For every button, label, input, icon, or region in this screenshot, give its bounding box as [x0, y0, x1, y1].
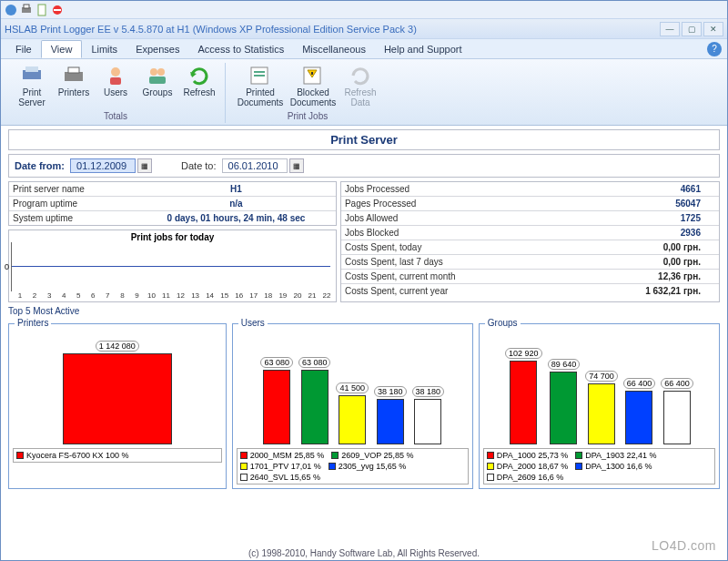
title-bar: HSLAB Print Logger EE v 5.4.5.870 at H1 … — [1, 19, 727, 39]
date-from-label: Date from: — [15, 160, 65, 171]
minimize-button[interactable]: — — [660, 22, 680, 36]
chart-x-ticks: 12345678910111213141516171819202122 — [11, 291, 334, 300]
svg-rect-14 — [149, 76, 166, 84]
ribbon-group-totals: Print Server Printers Users Groups Refre… — [6, 63, 226, 123]
jobs-allowed-value: 1725 — [469, 211, 719, 225]
svg-rect-16 — [254, 71, 265, 73]
ribbon-group-printjobs: Printed Documents Blocked Documents Refr… — [229, 63, 386, 123]
printers-legend: Kyocera FS-6700 KX 100 % — [13, 448, 222, 463]
date-to-picker-button[interactable]: ▦ — [289, 158, 304, 173]
block-icon[interactable] — [51, 4, 64, 16]
refresh-button[interactable]: Refresh — [179, 63, 219, 109]
watermark: LO4D.com — [652, 538, 716, 553]
refresh-data-button[interactable]: Refresh Data — [340, 63, 380, 109]
menu-help[interactable]: Help and Support — [375, 41, 471, 57]
svg-rect-2 — [24, 5, 29, 8]
blocked-documents-button[interactable]: Blocked Documents — [288, 63, 339, 109]
jobs-blocked-value: 2936 — [469, 226, 719, 240]
print-server-button[interactable]: Print Server — [12, 63, 52, 109]
date-from-picker-button[interactable]: ▦ — [137, 158, 152, 173]
svg-point-0 — [5, 5, 16, 15]
server-name-value: H1 — [136, 182, 336, 196]
app-icon — [5, 4, 17, 16]
close-button[interactable]: ✕ — [703, 22, 723, 36]
print-icon[interactable] — [20, 4, 33, 16]
cost-month-value: 12,36 грн. — [469, 270, 719, 283]
groups-legend: DPA_1000 25,73 %DPA_1903 22,41 %DPA_2000… — [483, 448, 715, 484]
top5-row: Printers 1 142 080 Kyocera FS-6700 KX 10… — [8, 323, 720, 489]
groups-button[interactable]: Groups — [137, 63, 177, 109]
panel-title: Print Server — [8, 129, 720, 150]
cost-today-value: 0,00 грн. — [469, 240, 719, 254]
date-from-input[interactable]: 01.12.2009 — [70, 158, 136, 173]
date-range-row: Date from: 01.12.2009 ▦ Date to: 06.01.2… — [8, 154, 720, 178]
date-to-label: Date to: — [181, 160, 217, 171]
users-button[interactable]: Users — [96, 63, 136, 109]
svg-rect-11 — [110, 77, 121, 85]
menu-expenses[interactable]: Expenses — [126, 41, 188, 57]
ribbon: Print Server Printers Users Groups Refre… — [1, 59, 727, 126]
svg-point-12 — [150, 68, 157, 76]
system-uptime-value: 0 days, 01 hours, 24 min, 48 sec — [136, 211, 336, 225]
pages-processed-value: 56047 — [469, 197, 719, 210]
users-chart: 63 08063 08041 50038 18038 180 — [237, 328, 469, 446]
menu-access[interactable]: Access to Statistics — [188, 41, 293, 57]
print-jobs-today-chart: Print jobs for today 0 12345678910111213… — [8, 230, 337, 302]
svg-rect-7 — [25, 66, 38, 72]
svg-rect-3 — [38, 5, 46, 15]
svg-point-10 — [111, 67, 120, 76]
svg-rect-9 — [68, 67, 79, 73]
content-area: Print Server Date from: 01.12.2009 ▦ Dat… — [1, 126, 727, 493]
printers-button[interactable]: Printers — [54, 63, 94, 109]
stats-box: Jobs Processed4661 Pages Processed56047 … — [340, 181, 720, 302]
window-title: HSLAB Print Logger EE v 5.4.5.870 at H1 … — [5, 24, 658, 35]
doc-icon[interactable] — [35, 4, 48, 16]
date-to-field: 06.01.2010 ▦ — [222, 158, 304, 173]
svg-rect-19 — [311, 72, 313, 75]
program-uptime-value: n/a — [136, 197, 336, 210]
menu-misc[interactable]: Miscellaneous — [293, 41, 375, 57]
cost-7d-value: 0,00 грн. — [469, 255, 719, 269]
date-from-field: 01.12.2009 ▦ — [70, 158, 152, 173]
svg-rect-17 — [254, 75, 265, 76]
group-label-totals: Totals — [12, 111, 219, 121]
menu-file[interactable]: File — [6, 41, 41, 57]
printed-documents-button[interactable]: Printed Documents — [235, 63, 286, 109]
svg-point-13 — [157, 68, 165, 76]
jobs-processed-value: 4661 — [469, 182, 719, 196]
help-icon[interactable]: ? — [707, 42, 722, 56]
users-fieldset: Users 63 08063 08041 50038 18038 180 200… — [232, 323, 473, 489]
menu-bar: File View Limits Expenses Access to Stat… — [1, 39, 727, 59]
svg-rect-5 — [54, 9, 61, 11]
groups-chart: 102 92089 64074 70066 40066 400 — [483, 328, 715, 446]
date-to-input[interactable]: 06.01.2010 — [222, 158, 288, 173]
printers-fieldset: Printers 1 142 080 Kyocera FS-6700 KX 10… — [8, 323, 227, 489]
group-label-printjobs: Print Jobs — [235, 111, 380, 121]
footer-copyright: (c) 1998-2010, Handy Software Lab, All R… — [1, 548, 727, 558]
printers-chart: 1 142 080 — [13, 328, 222, 446]
server-info-box: Print server nameH1 Program uptimen/a Sy… — [8, 181, 337, 226]
menu-view[interactable]: View — [41, 40, 83, 58]
chart-line — [12, 266, 330, 267]
menu-limits[interactable]: Limits — [82, 41, 126, 57]
top5-label: Top 5 Most Active — [8, 306, 720, 316]
cost-year-value: 1 632,21 грн. — [469, 284, 719, 298]
groups-fieldset: Groups 102 92089 64074 70066 40066 400 D… — [479, 323, 720, 489]
users-legend: 2000_MSM 25,85 %2609_VOP 25,85 %1701_PTV… — [237, 448, 469, 484]
quick-access-toolbar — [1, 1, 727, 19]
maximize-button[interactable]: ▢ — [682, 22, 702, 36]
app-window: HSLAB Print Logger EE v 5.4.5.870 at H1 … — [0, 0, 728, 561]
